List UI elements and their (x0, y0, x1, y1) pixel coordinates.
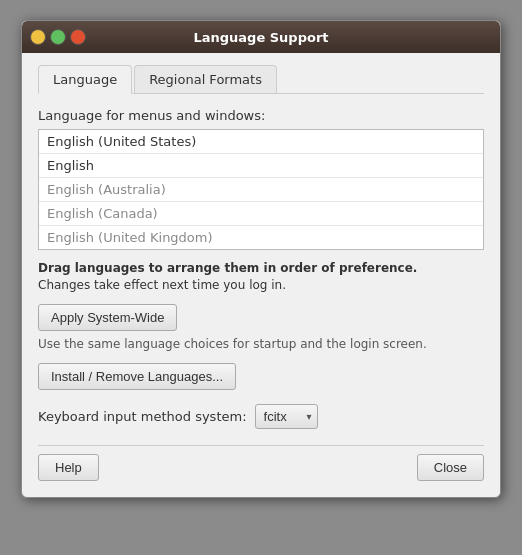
language-support-window: Language Support Language Regional Forma… (21, 20, 501, 498)
window-content: Language Regional Formats Language for m… (22, 53, 500, 497)
language-section-label: Language for menus and windows: (38, 108, 484, 123)
keyboard-method-select[interactable]: fcitx ibus none (255, 404, 318, 429)
tab-bar: Language Regional Formats (38, 65, 484, 94)
close-window-button[interactable] (70, 29, 86, 45)
list-item[interactable]: English (United Kingdom) (39, 226, 483, 249)
minimize-button[interactable] (30, 29, 46, 45)
drag-info-normal: Changes take effect next time you log in… (38, 278, 286, 292)
install-button-row: Install / Remove Languages... (38, 363, 484, 390)
list-item[interactable]: English (Canada) (39, 202, 483, 226)
tab-regional-formats[interactable]: Regional Formats (134, 65, 277, 93)
window-controls (30, 29, 86, 45)
apply-note: Use the same language choices for startu… (38, 337, 484, 351)
keyboard-input-row: Keyboard input method system: fcitx ibus… (38, 404, 484, 429)
install-remove-languages-button[interactable]: Install / Remove Languages... (38, 363, 236, 390)
maximize-button[interactable] (50, 29, 66, 45)
tab-language[interactable]: Language (38, 65, 132, 94)
list-item[interactable]: English (Australia) (39, 178, 483, 202)
drag-info: Drag languages to arrange them in order … (38, 260, 484, 294)
keyboard-method-select-wrap: fcitx ibus none ▾ (255, 404, 318, 429)
drag-info-bold: Drag languages to arrange them in order … (38, 261, 417, 275)
keyboard-input-label: Keyboard input method system: (38, 409, 247, 424)
list-item[interactable]: English (39, 154, 483, 178)
window-title: Language Support (86, 30, 436, 45)
close-button[interactable]: Close (417, 454, 484, 481)
apply-button-row: Apply System-Wide (38, 304, 484, 331)
language-list: English (United States) English English … (38, 129, 484, 250)
apply-system-wide-button[interactable]: Apply System-Wide (38, 304, 177, 331)
title-bar: Language Support (22, 21, 500, 53)
bottom-bar: Help Close (38, 445, 484, 481)
list-item[interactable]: English (United States) (39, 130, 483, 154)
help-button[interactable]: Help (38, 454, 99, 481)
